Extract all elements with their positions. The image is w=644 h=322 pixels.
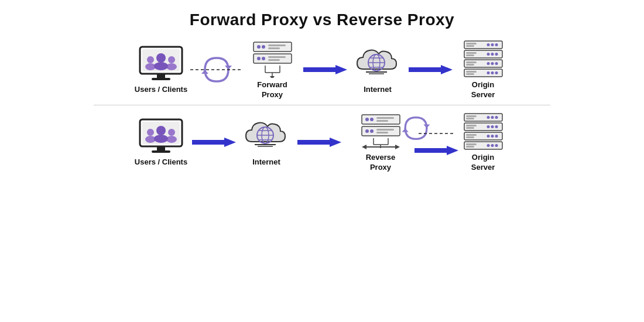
svg-rect-64 bbox=[152, 150, 170, 153]
svg-point-112 bbox=[487, 125, 489, 128]
svg-rect-109 bbox=[466, 127, 474, 129]
svg-rect-44 bbox=[466, 52, 477, 54]
top-forward-proxy-node: ForwardProxy bbox=[243, 40, 302, 100]
svg-rect-21 bbox=[268, 56, 286, 58]
svg-point-70 bbox=[154, 135, 168, 143]
top-internet-node: Internet bbox=[348, 44, 407, 95]
svg-rect-103 bbox=[466, 118, 474, 119]
svg-marker-94 bbox=[362, 145, 366, 149]
page-wrapper: Forward Proxy vs Reverse Proxy bbox=[0, 0, 644, 175]
svg-point-19 bbox=[257, 57, 261, 60]
svg-point-15 bbox=[262, 45, 265, 49]
svg-point-41 bbox=[491, 43, 494, 46]
svg-rect-88 bbox=[376, 129, 394, 131]
svg-point-118 bbox=[487, 135, 489, 138]
svg-rect-38 bbox=[466, 43, 477, 44]
svg-point-40 bbox=[495, 43, 498, 46]
svg-point-67 bbox=[168, 129, 175, 136]
svg-marker-79 bbox=[297, 138, 341, 147]
svg-point-48 bbox=[487, 53, 489, 56]
origin-server-icon-bottom bbox=[461, 112, 505, 150]
svg-point-58 bbox=[495, 71, 498, 74]
svg-point-87 bbox=[370, 129, 374, 133]
bottom-users-node: Users / Clients bbox=[132, 117, 190, 167]
svg-point-53 bbox=[491, 62, 494, 65]
diagram-container: Users / Clients bbox=[0, 29, 644, 175]
top-arrow3 bbox=[407, 63, 454, 76]
top-arrow1 bbox=[190, 55, 243, 84]
forward-proxy-server-icon bbox=[251, 40, 294, 78]
svg-point-82 bbox=[370, 118, 374, 121]
svg-rect-3 bbox=[152, 78, 170, 80]
origin-server-icon-top bbox=[461, 40, 505, 78]
bottom-arrow1 bbox=[190, 136, 237, 149]
svg-point-60 bbox=[487, 71, 489, 74]
bottom-origin-label: OriginServer bbox=[471, 153, 495, 173]
internet-cloud-icon-bottom bbox=[243, 117, 290, 155]
top-origin-label: OriginServer bbox=[471, 80, 495, 100]
dashed-line-bottom bbox=[419, 128, 454, 139]
svg-point-47 bbox=[491, 53, 494, 56]
svg-rect-102 bbox=[466, 115, 477, 117]
svg-point-122 bbox=[495, 144, 498, 147]
blue-arrow-b1 bbox=[192, 136, 236, 149]
svg-point-52 bbox=[495, 62, 498, 65]
svg-marker-28 bbox=[303, 65, 347, 74]
svg-point-42 bbox=[487, 43, 489, 46]
svg-rect-57 bbox=[466, 73, 474, 75]
blue-arrow-3 bbox=[409, 63, 453, 76]
svg-marker-36 bbox=[409, 65, 453, 74]
svg-rect-115 bbox=[466, 136, 474, 138]
svg-rect-108 bbox=[466, 125, 477, 126]
top-origin-node: OriginServer bbox=[454, 40, 512, 100]
svg-point-124 bbox=[487, 144, 489, 147]
svg-point-54 bbox=[487, 62, 489, 65]
dashed-arrow-area bbox=[419, 128, 454, 157]
svg-rect-2 bbox=[157, 74, 165, 78]
blue-arrow-b2 bbox=[297, 136, 341, 149]
svg-rect-89 bbox=[376, 132, 388, 133]
svg-rect-63 bbox=[157, 146, 165, 151]
svg-rect-56 bbox=[466, 71, 477, 73]
svg-point-46 bbox=[495, 53, 498, 56]
blue-arrow-b3 bbox=[415, 144, 458, 157]
svg-point-117 bbox=[491, 135, 494, 138]
svg-point-111 bbox=[491, 125, 494, 128]
svg-rect-51 bbox=[466, 64, 474, 66]
bottom-row: Users / Clients bbox=[18, 108, 626, 175]
svg-point-4 bbox=[147, 56, 154, 63]
top-forward-proxy-label: ForwardProxy bbox=[257, 80, 287, 100]
top-users-node: Users / Clients bbox=[132, 44, 190, 95]
bottom-arrow2 bbox=[296, 136, 342, 149]
svg-point-8 bbox=[156, 53, 166, 63]
svg-marker-98 bbox=[402, 128, 408, 132]
svg-marker-71 bbox=[192, 138, 236, 147]
svg-point-14 bbox=[257, 45, 261, 49]
svg-point-59 bbox=[491, 71, 494, 74]
svg-rect-120 bbox=[466, 143, 477, 145]
top-row: Users / Clients bbox=[18, 35, 626, 102]
blue-arrow-2 bbox=[303, 63, 347, 76]
bottom-origin-node: OriginServer bbox=[454, 112, 512, 173]
svg-rect-121 bbox=[466, 146, 474, 148]
svg-rect-45 bbox=[466, 54, 474, 56]
svg-rect-22 bbox=[268, 59, 280, 61]
monitor-icon bbox=[138, 44, 184, 83]
svg-point-105 bbox=[491, 116, 494, 119]
svg-rect-17 bbox=[268, 47, 280, 49]
svg-point-20 bbox=[262, 57, 265, 60]
svg-rect-114 bbox=[466, 134, 477, 136]
svg-point-9 bbox=[154, 62, 168, 70]
dashed-line-top bbox=[190, 67, 243, 73]
svg-rect-83 bbox=[376, 117, 394, 119]
top-arrow2 bbox=[302, 63, 348, 76]
bottom-internet-label: Internet bbox=[252, 157, 280, 167]
svg-rect-84 bbox=[376, 120, 388, 122]
svg-point-86 bbox=[365, 129, 369, 133]
reverse-proxy-server-icon bbox=[359, 112, 403, 150]
svg-rect-39 bbox=[466, 45, 474, 47]
svg-marker-95 bbox=[395, 145, 400, 149]
top-internet-label: Internet bbox=[364, 85, 392, 95]
svg-rect-50 bbox=[466, 61, 477, 63]
svg-point-81 bbox=[365, 118, 369, 121]
